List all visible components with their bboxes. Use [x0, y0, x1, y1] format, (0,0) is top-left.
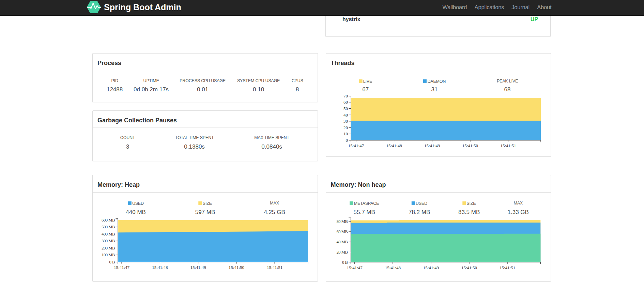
svg-text:0 B: 0 B	[109, 260, 115, 264]
svg-text:15:41:49: 15:41:49	[190, 265, 206, 270]
svg-text:15:41:50: 15:41:50	[229, 265, 244, 270]
svg-text:100 MB: 100 MB	[102, 253, 115, 257]
svg-text:40: 40	[343, 112, 348, 118]
svg-text:15:41:47: 15:41:47	[348, 143, 364, 148]
svg-text:600 MB: 600 MB	[102, 218, 115, 223]
svg-text:0: 0	[346, 138, 348, 143]
svg-text:40 MB: 40 MB	[336, 240, 348, 244]
svg-text:15:41:47: 15:41:47	[114, 265, 130, 270]
svg-text:30: 30	[343, 119, 348, 124]
svg-text:15:41:50: 15:41:50	[462, 143, 478, 148]
svg-text:80 MB: 80 MB	[336, 219, 348, 224]
svg-text:15:41:48: 15:41:48	[386, 143, 402, 148]
svg-text:300 MB: 300 MB	[102, 239, 115, 243]
svg-text:50: 50	[343, 106, 348, 111]
svg-text:20 MB: 20 MB	[336, 250, 348, 255]
svg-text:20: 20	[343, 125, 348, 130]
svg-text:15:41:47: 15:41:47	[347, 265, 363, 270]
svg-text:15:41:51: 15:41:51	[500, 265, 515, 270]
svg-text:60 MB: 60 MB	[336, 229, 348, 234]
svg-text:15:41:50: 15:41:50	[461, 265, 477, 270]
svg-text:15:41:51: 15:41:51	[267, 265, 282, 270]
svg-text:15:41:49: 15:41:49	[423, 265, 439, 270]
svg-text:70: 70	[343, 93, 348, 98]
svg-text:0 B: 0 B	[342, 260, 348, 265]
svg-text:500 MB: 500 MB	[102, 225, 115, 229]
svg-text:10: 10	[343, 131, 348, 136]
svg-text:15:41:51: 15:41:51	[500, 143, 516, 148]
svg-text:60: 60	[343, 100, 348, 105]
svg-text:400 MB: 400 MB	[102, 232, 115, 237]
svg-text:15:41:49: 15:41:49	[424, 143, 440, 148]
svg-text:15:41:48: 15:41:48	[152, 265, 168, 270]
svg-text:200 MB: 200 MB	[102, 246, 115, 250]
svg-text:15:41:48: 15:41:48	[385, 265, 401, 270]
